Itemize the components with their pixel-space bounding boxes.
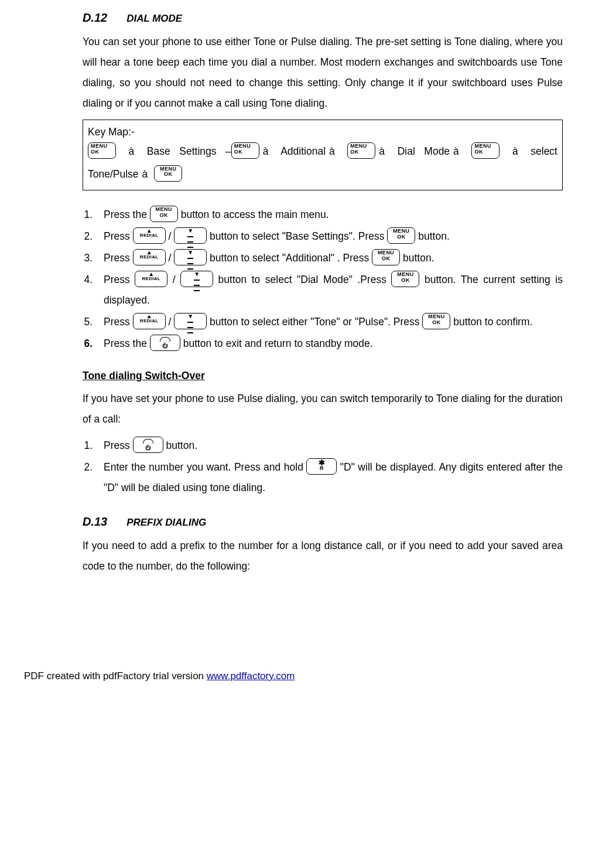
d13-intro: If you need to add a prefix to the numbe… <box>83 536 563 577</box>
menu-ok-icon: MENUOK <box>154 165 182 182</box>
keymap-sequence: MENUOK à Base Settings –MENUOKà Addition… <box>88 140 557 163</box>
arrow-icon: à <box>509 140 522 163</box>
section-title: PREFIX DIALING <box>126 517 206 528</box>
step-6: Press the ⏻ button to exit and return to… <box>95 333 563 354</box>
keymap-label: Key Map:- <box>88 124 557 140</box>
hangup-icon: ⏻ <box>133 437 163 453</box>
arrow-icon: à <box>139 163 152 186</box>
keymap-box: Key Map:- MENUOK à Base Settings –MENUOK… <box>83 120 563 190</box>
ts-step-1: Press ⏻ button. <box>95 435 563 456</box>
arrow-icon: à <box>125 140 138 163</box>
footer-text: PDF created with pdfFactory trial versio… <box>24 670 207 682</box>
d12-steps: Press the MENUOK button to access the ma… <box>83 205 563 354</box>
up-redial-icon: ▲REDIAL <box>133 249 166 265</box>
hangup-icon: ⏻ <box>150 335 180 351</box>
up-redial-icon: ▲REDIAL <box>133 227 166 244</box>
tone-switch-steps: Press ⏻ button. Enter the number you wan… <box>83 435 563 498</box>
section-number: D.12 <box>83 11 107 24</box>
menu-ok-icon: MENUOK <box>387 227 415 244</box>
down-list-icon: ▼ <box>180 271 213 287</box>
pdf-footer: PDF created with pdfFactory trial versio… <box>24 670 563 682</box>
menu-ok-icon: MENUOK <box>422 313 450 329</box>
keymap-dial-mode: Dial Mode <box>398 145 450 157</box>
step-3: Press ▲REDIAL / ▼ button to select "Addi… <box>95 248 563 268</box>
menu-ok-icon: MENUOK <box>88 142 116 159</box>
step-2: Press ▲REDIAL / ▼ button to select "Base… <box>95 226 563 247</box>
keymap-additional: Additional <box>280 145 326 157</box>
menu-ok-icon: MENUOK <box>391 271 419 287</box>
tone-switch-heading: Tone dialing Switch-Over <box>83 366 563 386</box>
keymap-dash: – <box>225 145 231 157</box>
section-heading-d12: D.12 DIAL MODE <box>83 6 563 29</box>
down-list-icon: ▼ <box>174 313 207 329</box>
ts-step-2: Enter the number you want. Press and hol… <box>95 457 563 498</box>
step-1: Press the MENUOK button to access the ma… <box>95 205 563 225</box>
arrow-icon: à <box>259 140 272 163</box>
up-redial-icon: ▲REDIAL <box>133 313 166 329</box>
menu-ok-icon: MENUOK <box>347 142 375 159</box>
down-list-icon: ▼ <box>174 227 207 244</box>
arrow-icon: à <box>450 140 463 163</box>
step-4: Press ▲REDIAL / ▼ button to select "Dial… <box>95 270 563 311</box>
star-r-icon: ✱R <box>306 458 337 475</box>
down-list-icon: ▼ <box>174 249 207 265</box>
section-number: D.13 <box>83 515 107 528</box>
up-redial-icon: ▲REDIAL <box>135 271 167 287</box>
d12-intro: You can set your phone to use either Ton… <box>83 32 563 114</box>
section-heading-d13: D.13 PREFIX DIALING <box>83 510 563 533</box>
arrow-icon: à <box>326 140 338 163</box>
footer-link[interactable]: www.pdffactory.com <box>207 670 295 682</box>
menu-ok-icon: MENUOK <box>471 142 499 159</box>
menu-ok-icon: MENUOK <box>150 206 178 222</box>
keymap-base-settings: Base Settings <box>147 145 217 157</box>
menu-ok-icon: MENUOK <box>231 142 259 159</box>
step-5: Press ▲REDIAL / ▼ button to select eithe… <box>95 312 563 332</box>
tone-switch-intro: If you have set your phone to use Pulse … <box>83 389 563 430</box>
keymap-sequence-2: Tone/Pulseà MENUOK <box>88 163 557 186</box>
arrow-icon: à <box>375 140 388 163</box>
section-title: DIAL MODE <box>126 13 182 24</box>
menu-ok-icon: MENUOK <box>372 249 400 265</box>
